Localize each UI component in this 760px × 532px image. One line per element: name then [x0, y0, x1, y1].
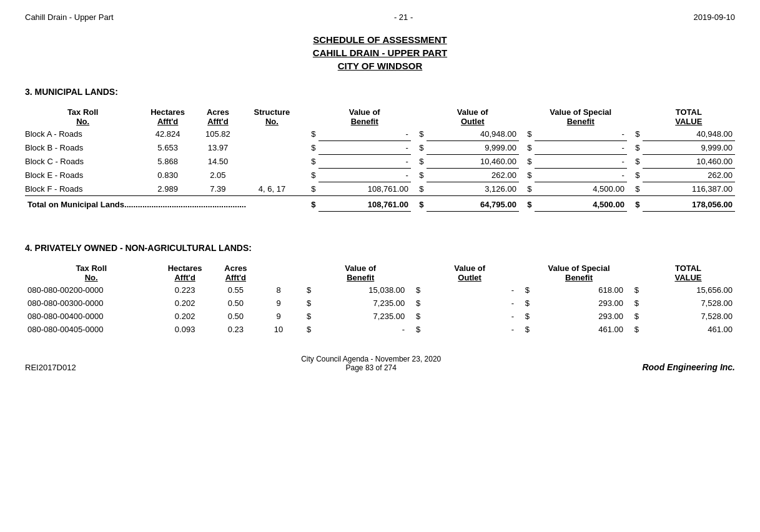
s4-hectares-1: 0.202: [157, 297, 212, 310]
s4-benefit-1: 7,235.00: [313, 297, 407, 310]
s4-col-vbenefit-sub: Benefit: [347, 273, 374, 282]
s4-dollar2-2: $: [407, 310, 423, 323]
title-line1: SCHEDULE OF ASSESSMENT: [25, 34, 735, 45]
table-row: 080-080-00400-0000 0.202 0.50 9 $ 7,235.…: [25, 310, 735, 323]
s4-structure-1: 9: [259, 297, 298, 310]
s4-dollar4-3: $: [626, 323, 641, 336]
s4-structure-0: 8: [259, 283, 298, 297]
s3-total-1: 9,999.00: [643, 141, 735, 155]
col-vspecial-label: Value of Special: [537, 107, 624, 117]
s4-dollar4-0: $: [626, 283, 641, 297]
s4-hectares-2: 0.202: [157, 310, 212, 323]
s4-dollar1-2: $: [298, 310, 313, 323]
page: Cahill Drain - Upper Part - 21 - 2019-09…: [0, 0, 760, 532]
footer-right: Rood Engineering Inc.: [642, 362, 735, 372]
s3-dollar3-4: $: [519, 182, 535, 196]
s4-col-acres-label: Acres: [215, 264, 257, 273]
s4-col-total-sub: VALUE: [674, 273, 701, 282]
s4-dollar3-3: $: [516, 323, 532, 336]
s4-acres-1: 0.50: [212, 297, 259, 310]
s4-dollar1-0: $: [298, 283, 313, 297]
col-acres-sub: Afft'd: [207, 117, 228, 126]
header-left: Cahill Drain - Upper Part: [25, 12, 114, 22]
s4-col-hectares-label: Hectares: [160, 264, 209, 273]
s3-structure-3: [241, 169, 303, 182]
s3-name-1: Block B - Roads: [25, 141, 141, 155]
s3-dollar4-4: $: [627, 182, 643, 196]
s3-dollar4-1: $: [627, 141, 643, 155]
s3-structure-2: [241, 155, 303, 169]
section3-total-dollar2: $: [411, 196, 427, 212]
s3-benefit-2: -: [318, 155, 411, 169]
s4-special-0: 618.00: [532, 283, 626, 297]
s3-outlet-4: 3,126.00: [427, 182, 519, 196]
s3-dollar4-2: $: [627, 155, 643, 169]
s4-outlet-2: -: [423, 310, 516, 323]
s4-col-hectares-sub: Afft'd: [174, 273, 195, 282]
s4-acres-0: 0.55: [212, 283, 259, 297]
s3-acres-2: 14.50: [195, 155, 241, 169]
s3-name-0: Block A - Roads: [25, 127, 141, 141]
s3-name-3: Block E - Roads: [25, 169, 141, 182]
footer-center: City Council Agenda - November 23, 2020 …: [100, 355, 642, 372]
s3-special-0: -: [535, 127, 627, 141]
s3-benefit-3: -: [318, 169, 411, 182]
section3-total-total: 178,056.00: [643, 196, 735, 212]
s3-dollar4-3: $: [627, 169, 643, 182]
s4-name-2: 080-080-00400-0000: [25, 310, 157, 323]
col-hectares-sub: Afft'd: [157, 117, 178, 126]
s3-dollar2-1: $: [411, 141, 427, 155]
section3-total-label: Total on Municipal Lands................…: [25, 196, 303, 212]
s4-name-3: 080-080-00405-0000: [25, 323, 157, 336]
col-acres-label: Acres: [197, 107, 239, 117]
col-structure-label: Structure: [244, 107, 300, 117]
s3-dollar4-0: $: [627, 127, 643, 141]
s4-col-taxroll-label: Tax Roll: [27, 264, 155, 273]
col-voutlet-label: Value of: [429, 107, 516, 117]
section3-heading: 3. MUNICIPAL LANDS:: [25, 87, 735, 97]
s4-total-2: 7,528.00: [641, 310, 735, 323]
s3-outlet-3: 262.00: [427, 169, 519, 182]
section3-total-special: 4,500.00: [535, 196, 627, 212]
table-row: Block A - Roads 42.824 105.82 $ - $ 40,9…: [25, 127, 735, 141]
s4-dollar4-1: $: [626, 297, 641, 310]
table-row: Block F - Roads 2.989 7.39 4, 6, 17 $ 10…: [25, 182, 735, 196]
s3-outlet-2: 10,460.00: [427, 155, 519, 169]
s3-dollar3-2: $: [519, 155, 535, 169]
col-vbenefit-label: Value of: [321, 107, 408, 117]
col-total-label: TOTAL: [645, 107, 733, 117]
section-private-lands: 4. PRIVATELY OWNED - NON-AGRICULTURAL LA…: [25, 243, 735, 336]
table-row: Block B - Roads 5.653 13.97 $ - $ 9,999.…: [25, 141, 735, 155]
s3-benefit-0: -: [318, 127, 411, 141]
table-row: 080-080-00405-0000 0.093 0.23 10 $ - $ -…: [25, 323, 735, 336]
s3-acres-0: 105.82: [195, 127, 241, 141]
s4-col-vspecial-sub: Benefit: [565, 273, 593, 282]
header-center: - 21 -: [394, 12, 413, 22]
s4-dollar3-1: $: [516, 297, 532, 310]
s4-dollar2-0: $: [407, 283, 423, 297]
s3-dollar2-4: $: [411, 182, 427, 196]
s4-dollar1-3: $: [298, 323, 313, 336]
s3-dollar1-2: $: [303, 155, 318, 169]
s4-col-taxroll-sub: No.: [85, 273, 98, 282]
s3-dollar2-0: $: [411, 127, 427, 141]
s3-name-2: Block C - Roads: [25, 155, 141, 169]
col-taxroll-label: Tax Roll: [27, 107, 138, 117]
col-structure-sub: No.: [265, 117, 279, 126]
s4-benefit-2: 7,235.00: [313, 310, 407, 323]
s3-acres-3: 2.05: [195, 169, 241, 182]
s4-hectares-3: 0.093: [157, 323, 212, 336]
s3-structure-0: [241, 127, 303, 141]
s3-special-2: -: [535, 155, 627, 169]
footer-bar: REI2017D012 City Council Agenda - Novemb…: [25, 355, 735, 372]
s3-hectares-0: 42.824: [141, 127, 195, 141]
s3-dollar3-0: $: [519, 127, 535, 141]
s3-acres-1: 13.97: [195, 141, 241, 155]
s3-dollar3-1: $: [519, 141, 535, 155]
s4-col-voutlet-label: Value of: [425, 264, 514, 273]
title-section: SCHEDULE OF ASSESSMENT CAHILL DRAIN - UP…: [25, 34, 735, 71]
s4-hectares-0: 0.223: [157, 283, 212, 297]
s3-structure-1: [241, 141, 303, 155]
col-hectares-label: Hectares: [143, 107, 192, 117]
s3-total-0: 40,948.00: [643, 127, 735, 141]
